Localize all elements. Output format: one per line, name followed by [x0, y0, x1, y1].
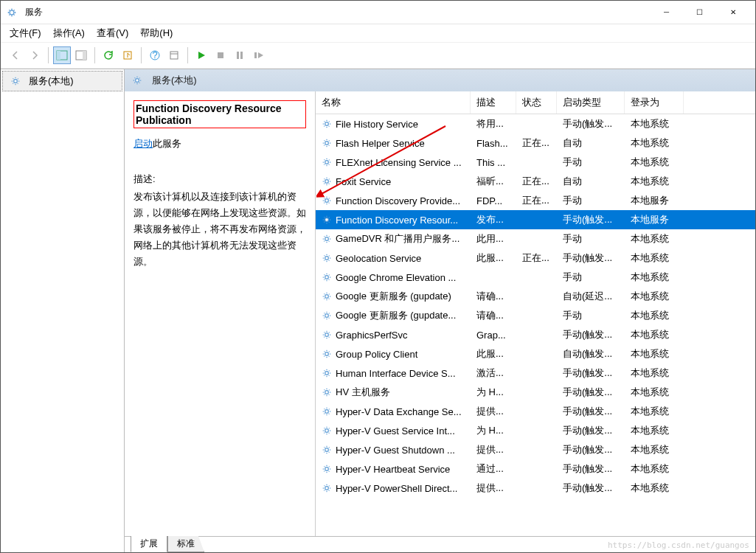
back-button[interactable] [7, 46, 24, 64]
cell-status [516, 306, 557, 325]
svg-point-27 [325, 314, 329, 318]
start-service-link[interactable]: 启动 [133, 138, 153, 149]
stop-service-button[interactable] [212, 46, 229, 64]
cell-logon: 本地服务 [625, 191, 684, 210]
close-button[interactable]: ✕ [716, 1, 749, 24]
svg-point-35 [325, 467, 329, 471]
gear-icon [322, 176, 332, 187]
svg-point-24 [325, 257, 329, 260]
gear-icon [322, 138, 332, 148]
svg-rect-13 [254, 52, 257, 58]
tree-node-label: 服务(本地) [29, 74, 74, 88]
svg-point-25 [325, 276, 329, 279]
column-status[interactable]: 状态 [516, 91, 557, 114]
cell-status [516, 421, 557, 440]
service-row[interactable]: File History Service将用...手动(触发...本地系统 [316, 114, 755, 133]
gear-icon [322, 464, 332, 474]
service-row[interactable]: Hyper-V PowerShell Direct...提供...手动(触发..… [316, 479, 755, 498]
refresh-button[interactable] [100, 46, 117, 64]
cell-description: 发布... [471, 210, 516, 229]
gear-icon [322, 234, 332, 244]
service-row[interactable]: Geolocation Service此服...正在...手动(触发...本地系… [316, 248, 755, 268]
column-startup-type[interactable]: 启动类型 [557, 91, 625, 114]
cell-logon: 本地系统 [625, 402, 684, 421]
service-row[interactable]: Group Policy Client此服...自动(触发...本地系统 [316, 344, 755, 364]
service-row[interactable]: Google Chrome Elevation ...手动本地系统 [316, 268, 755, 287]
cell-name: Google 更新服务 (gupdate... [316, 306, 471, 325]
cell-description: 为 H... [471, 383, 516, 402]
service-row[interactable]: Hyper-V Guest Shutdown ...提供...手动(触发...本… [316, 440, 755, 459]
menu-action[interactable]: 操作(A) [53, 27, 85, 40]
menubar: 文件(F) 操作(A) 查看(V) 帮助(H) [1, 24, 755, 42]
svg-point-33 [325, 429, 329, 433]
cell-logon: 本地系统 [625, 479, 684, 498]
app-icon [7, 7, 17, 18]
svg-point-22 [325, 218, 329, 222]
svg-point-19 [325, 161, 329, 164]
start-service-button[interactable] [193, 46, 210, 64]
gear-icon [322, 119, 332, 129]
column-name[interactable]: 名称 [316, 91, 471, 114]
export-list-button[interactable] [119, 46, 136, 64]
tree-node-services-local[interactable]: 服务(本地) [2, 71, 122, 91]
properties-button[interactable] [165, 46, 183, 64]
watermark: https://blog.csdn.net/guangos [608, 540, 749, 550]
cell-name: Function Discovery Provide... [316, 191, 471, 210]
minimize-button[interactable]: ─ [650, 1, 683, 24]
service-row[interactable]: FLEXnet Licensing Service ...This ...手动本… [316, 153, 755, 172]
cell-logon: 本地系统 [625, 133, 684, 153]
cell-name: File History Service [316, 114, 471, 133]
grid-body[interactable]: File History Service将用...手动(触发...本地系统Fla… [316, 114, 755, 536]
service-row[interactable]: Human Interface Device S...激活...手动(触发...… [316, 364, 755, 383]
svg-point-20 [325, 180, 329, 184]
service-row[interactable]: Foxit Service福昕...正在...自动本地系统 [316, 172, 755, 191]
cell-startup: 自动 [557, 172, 625, 191]
column-logon-as[interactable]: 登录为 [625, 91, 684, 114]
service-row[interactable]: Hyper-V Guest Service Int...为 H...手动(触发.… [316, 421, 755, 440]
service-row[interactable]: GameDVR 和广播用户服务...此用...手动本地系统 [316, 229, 755, 248]
maximize-button[interactable]: ☐ [683, 1, 716, 24]
gear-icon [322, 272, 332, 282]
menu-view[interactable]: 查看(V) [97, 27, 128, 40]
service-row[interactable]: Flash Helper ServiceFlash...正在...自动本地系统 [316, 133, 755, 153]
cell-description: 通过... [471, 459, 516, 479]
cell-startup: 手动 [557, 268, 625, 287]
service-row[interactable]: Hyper-V Heartbeat Service通过...手动(触发...本地… [316, 459, 755, 479]
svg-point-0 [10, 10, 14, 15]
cell-logon: 本地系统 [625, 459, 684, 479]
tab-extended[interactable]: 扩展 [131, 536, 167, 552]
cell-name: Flash Helper Service [316, 133, 471, 153]
service-row[interactable]: Function Discovery Provide...FDP...正在...… [316, 191, 755, 210]
show-hide-action-pane-button[interactable] [72, 46, 90, 64]
mmc-body: 服务(本地) 服务(本地) Function Discovery Resourc… [1, 69, 755, 552]
restart-service-button[interactable] [250, 46, 268, 64]
gear-icon [322, 310, 332, 321]
cell-logon: 本地系统 [625, 287, 684, 306]
cell-startup: 自动 [557, 133, 625, 153]
show-hide-console-tree-button[interactable] [53, 46, 71, 64]
forward-button[interactable] [26, 46, 44, 64]
svg-point-32 [325, 410, 329, 414]
gear-icon [322, 387, 332, 397]
service-row[interactable]: Hyper-V Data Exchange Se...提供...手动(触发...… [316, 402, 755, 421]
cell-logon: 本地系统 [625, 153, 684, 172]
column-description[interactable]: 描述 [471, 91, 516, 114]
help-button[interactable]: ? [146, 46, 164, 64]
toolbar-separator [187, 47, 188, 63]
svg-rect-8 [170, 52, 178, 59]
menu-help[interactable]: 帮助(H) [140, 27, 173, 40]
cell-name: Hyper-V Guest Service Int... [316, 421, 471, 440]
tab-standard[interactable]: 标准 [167, 536, 204, 552]
service-row[interactable]: HV 主机服务为 H...手动(触发...本地系统 [316, 383, 755, 402]
menu-file[interactable]: 文件(F) [10, 27, 41, 40]
service-row[interactable]: GraphicsPerfSvcGrap...手动(触发...本地系统 [316, 325, 755, 344]
cell-name: Human Interface Device S... [316, 364, 471, 383]
service-row[interactable]: Function Discovery Resour...发布...手动(触发..… [316, 210, 755, 229]
service-row[interactable]: Google 更新服务 (gupdate)请确...自动(延迟...本地系统 [316, 287, 755, 306]
cell-status: 正在... [516, 172, 557, 191]
cell-description: FDP... [471, 191, 516, 210]
cell-name: HV 主机服务 [316, 383, 471, 402]
cell-description: 请确... [471, 306, 516, 325]
pause-service-button[interactable] [231, 46, 249, 64]
service-row[interactable]: Google 更新服务 (gupdate...请确...手动本地系统 [316, 306, 755, 325]
